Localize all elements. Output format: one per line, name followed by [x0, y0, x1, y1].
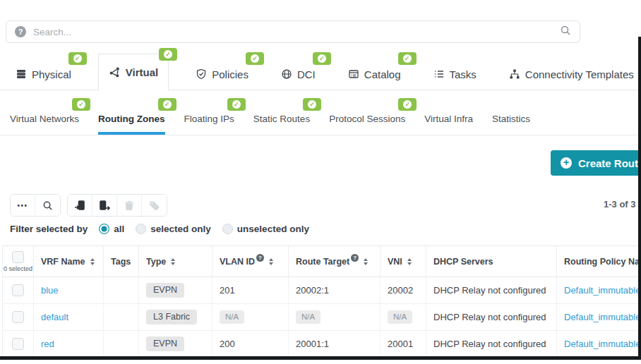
subtab-label: Protocol Sessions: [329, 114, 405, 124]
column-header-vrf-name[interactable]: VRF Name: [34, 246, 104, 277]
check-badge-icon: ✓: [72, 98, 90, 111]
vrf-name-cell: red: [34, 331, 104, 358]
check-badge-icon: ✓: [159, 48, 177, 61]
tab-physical[interactable]: ✓ Physical: [10, 59, 77, 90]
tag-icon: [149, 200, 160, 211]
globe-icon: [281, 68, 292, 80]
dhcp-value: DHCP Relay not configured: [433, 285, 546, 296]
dhcp-servers-cell: DHCP Relay not configured: [426, 331, 557, 358]
vrf-name-link[interactable]: blue: [41, 285, 59, 296]
column-header-routing-policy-name: Routing Policy Name: [557, 246, 641, 277]
tag-button[interactable]: [142, 195, 167, 216]
routing-policy-link[interactable]: Default_immutable: [564, 285, 640, 296]
sort-icon[interactable]: [90, 258, 95, 265]
vlan-id-value: 200: [220, 339, 235, 349]
sort-icon[interactable]: [171, 258, 175, 265]
route-target-value: 20002:1: [296, 285, 329, 296]
tab-connectivity-templates[interactable]: Connectivity Templates: [503, 59, 640, 90]
search-input[interactable]: [33, 27, 560, 37]
vrf-name-link[interactable]: default: [41, 312, 68, 322]
vni-value: 20002: [388, 285, 413, 296]
subtab-protocol-sessions[interactable]: ✓ Protocol Sessions: [329, 114, 405, 135]
toolbar-group-left: •••: [10, 194, 61, 217]
radio-icon[interactable]: [222, 224, 233, 234]
radio-icon[interactable]: [99, 224, 109, 234]
column-header-vlan-id[interactable]: VLAN ID ?: [212, 246, 289, 277]
subtab-label: Static Routes: [253, 114, 310, 124]
routing-policy-cell: Default_immutable: [557, 331, 641, 358]
tab-label: DCI: [297, 68, 316, 80]
subtab-statistics[interactable]: Statistics: [492, 114, 530, 135]
subtab-static-routes[interactable]: ✓ Static Routes: [253, 114, 310, 135]
tab-tasks[interactable]: Tasks: [428, 59, 482, 90]
export-icon: [99, 200, 110, 211]
radio-label: all: [114, 224, 124, 234]
vrf-name-cell: default: [34, 304, 104, 331]
select-all-checkbox[interactable]: [12, 251, 24, 263]
export-button[interactable]: [92, 195, 117, 216]
subtab-virtual-infra[interactable]: Virtual Infra: [424, 114, 473, 135]
filter-option-unselected-only[interactable]: unselected only: [222, 224, 309, 234]
check-badge-icon: ✓: [303, 98, 321, 111]
tab-policies[interactable]: ✓ Policies: [190, 59, 254, 90]
filter-option-selected-only[interactable]: selected only: [136, 224, 211, 234]
dhcp-value: DHCP Relay not configured: [433, 339, 546, 349]
help-icon: ?: [256, 254, 264, 262]
check-badge-icon: ✓: [398, 52, 417, 65]
row-checkbox[interactable]: [12, 311, 24, 323]
tree-icon: [509, 68, 520, 80]
row-select-cell: [3, 331, 34, 358]
tab-virtual[interactable]: ✓ Virtual: [98, 54, 169, 90]
sort-icon[interactable]: [407, 258, 412, 265]
column-header-type[interactable]: Type: [139, 246, 212, 277]
routing-zones-table: 0 selected VRF Name Tags Type VLAN ID ? …: [2, 245, 641, 358]
more-options-button[interactable]: •••: [11, 195, 35, 216]
subtab-label: Virtual Infra: [424, 114, 473, 124]
tab-label: Catalog: [364, 68, 401, 80]
type-badge: L3 Fabric: [146, 310, 197, 324]
check-badge-icon: ✓: [246, 52, 264, 65]
route-target-value: 20001:1: [296, 339, 329, 349]
table-search-button[interactable]: [35, 195, 60, 216]
check-badge-icon: ✓: [398, 98, 417, 111]
delete-button[interactable]: [117, 195, 142, 216]
import-button[interactable]: [68, 195, 92, 216]
search-icon[interactable]: [560, 25, 571, 39]
route-target-na-badge: N/A: [296, 310, 320, 324]
row-checkbox[interactable]: [12, 338, 24, 350]
column-header-route-target[interactable]: Route Target ?: [289, 246, 381, 277]
check-badge-icon: ✓: [158, 98, 176, 111]
radio-icon[interactable]: [136, 224, 146, 234]
header-label: VNI: [388, 257, 402, 267]
catalog-icon: [348, 68, 359, 80]
type-cell: L3 Fabric: [139, 304, 212, 331]
routing-policy-link[interactable]: Default_immutable: [564, 312, 640, 322]
tab-catalog[interactable]: ✓ Catalog: [342, 59, 407, 90]
routing-policy-cell: Default_immutable: [557, 277, 641, 304]
create-routing-zone-button[interactable]: + Create Routing Zone: [551, 150, 641, 176]
app-window: ? ✓ Physical ✓ Virtual ✓ Policies: [0, 0, 641, 364]
filter-option-all[interactable]: all: [99, 224, 124, 234]
subtab-routing-zones[interactable]: ✓ Routing Zones: [98, 114, 165, 135]
subtab-label: Floating IPs: [184, 114, 234, 124]
delete-icon: [124, 200, 134, 211]
subtab-floating-ips[interactable]: ✓ Floating IPs: [184, 114, 234, 135]
vrf-name-link[interactable]: red: [41, 339, 54, 349]
row-checkbox[interactable]: [12, 284, 24, 296]
subtab-virtual-networks[interactable]: ✓ Virtual Networks: [10, 114, 79, 135]
header-label: Tags: [111, 257, 131, 267]
tags-cell: [104, 277, 139, 304]
column-header-vni[interactable]: VNI: [381, 246, 426, 277]
tab-dci[interactable]: ✓ DCI: [275, 59, 321, 90]
check-badge-icon: ✓: [227, 98, 246, 111]
check-badge-icon: ✓: [68, 52, 87, 65]
sort-icon[interactable]: [364, 258, 368, 265]
sort-icon[interactable]: [269, 258, 273, 265]
more-options-icon: •••: [17, 202, 28, 210]
route-target-cell: 20001:1: [289, 331, 381, 358]
column-header-dhcp-servers: DHCP Servers: [426, 246, 557, 277]
routing-policy-link[interactable]: Default_immutable: [564, 339, 640, 349]
header-label: Routing Policy Name: [564, 257, 641, 267]
dhcp-servers-cell: DHCP Relay not configured: [426, 277, 557, 304]
vlan-id-cell: 201: [212, 277, 289, 304]
